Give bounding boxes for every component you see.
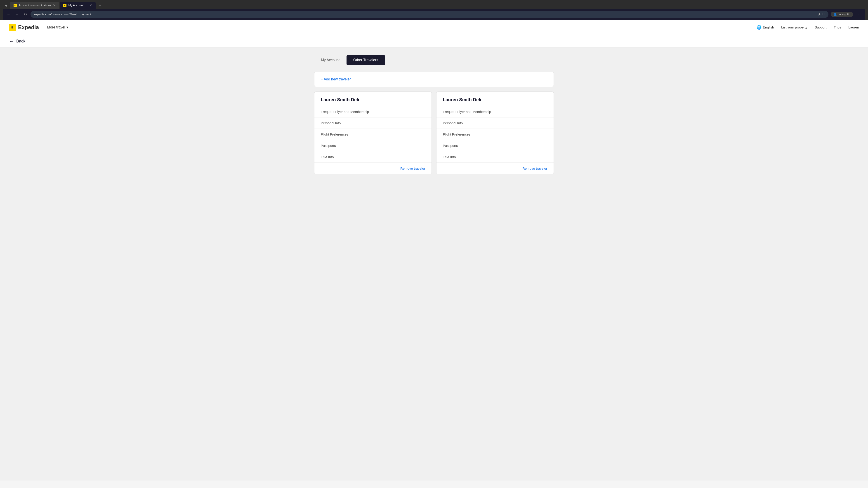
address-bar-row: ← → ↻ expedia.com/user/account/?&selc=pa…	[3, 9, 865, 20]
browser-menu-button[interactable]: ⋮	[855, 11, 863, 18]
traveler-1-passports[interactable]: Passports	[314, 140, 432, 151]
forward-nav-button[interactable]: →	[14, 11, 20, 17]
traveler-1-personal-info[interactable]: Personal Info	[314, 118, 432, 129]
traveler-2-personal-info[interactable]: Personal Info	[436, 118, 554, 129]
user-label: Lauren	[848, 25, 859, 29]
more-travel-label: More travel	[47, 25, 65, 29]
split-view-icon[interactable]: □	[823, 12, 825, 16]
traveler-grid: Lauren Smith Deli Frequent Flyer and Mem…	[314, 92, 554, 174]
incognito-icon: 👤	[833, 13, 837, 16]
trips-label: Trips	[834, 25, 841, 29]
list-property-link[interactable]: List your property	[781, 25, 807, 29]
remove-traveler-2-button[interactable]: Remove traveler	[522, 166, 547, 170]
traveler-2-frequent-flyer[interactable]: Frequent Flyer and Membership	[436, 106, 554, 118]
logo-text: Expedia	[18, 24, 39, 31]
traveler-2-tsa-info[interactable]: TSA Info	[436, 151, 554, 163]
tab-account-communications[interactable]: E Account communications ✕	[10, 2, 59, 9]
chevron-down-icon: ▾	[66, 25, 68, 29]
traveler-card-2: Lauren Smith Deli Frequent Flyer and Mem…	[436, 92, 554, 174]
traveler-1-flight-preferences[interactable]: Flight Preferences	[314, 129, 432, 140]
list-property-label: List your property	[781, 25, 807, 29]
address-bar[interactable]: expedia.com/user/account/?&selc=payment …	[31, 11, 829, 18]
back-bar: ← Back	[0, 35, 868, 48]
add-traveler-text: + Add new traveler	[321, 77, 351, 81]
user-menu[interactable]: Lauren	[848, 25, 859, 29]
more-travel-menu[interactable]: More travel ▾	[44, 23, 71, 31]
language-label: English	[763, 25, 774, 29]
address-text: expedia.com/user/account/?&selc=payment	[34, 13, 91, 16]
traveler-1-footer: Remove traveler	[314, 163, 432, 174]
address-icons: ★ □	[818, 12, 825, 17]
add-traveler-card[interactable]: + Add new traveler	[314, 72, 554, 87]
support-label: Support	[815, 25, 827, 29]
tab-label-2: My Account	[68, 4, 84, 7]
language-selector[interactable]: 🌐 English	[756, 25, 774, 30]
page-background: E Expedia More travel ▾ 🌐 English List y…	[0, 20, 868, 481]
tab-my-account[interactable]: E My Account ✕	[60, 2, 96, 9]
traveler-card-1: Lauren Smith Deli Frequent Flyer and Mem…	[314, 92, 432, 174]
tab-add-button[interactable]: +	[96, 2, 103, 9]
traveler-2-passports[interactable]: Passports	[436, 140, 554, 151]
reload-button[interactable]: ↻	[23, 11, 28, 18]
globe-icon: 🌐	[756, 25, 762, 30]
tab-close-1[interactable]: ✕	[53, 4, 56, 7]
browser-chrome: ▼ E Account communications ✕ E My Accoun…	[0, 0, 868, 20]
incognito-label: Incognito	[838, 13, 850, 16]
traveler-1-tsa-info[interactable]: TSA Info	[314, 151, 432, 163]
traveler-1-frequent-flyer[interactable]: Frequent Flyer and Membership	[314, 106, 432, 118]
tab-my-account-btn[interactable]: My Account	[314, 55, 346, 65]
expedia-nav: E Expedia More travel ▾ 🌐 English List y…	[0, 20, 868, 35]
svg-text:E: E	[11, 26, 13, 29]
support-link[interactable]: Support	[815, 25, 827, 29]
tab-bar: ▼ E Account communications ✕ E My Accoun…	[3, 2, 865, 9]
back-nav-button[interactable]: ←	[5, 11, 12, 17]
tab-favicon-2: E	[63, 4, 66, 7]
tab-close-2[interactable]: ✕	[90, 4, 92, 7]
traveler-name-1: Lauren Smith Deli	[314, 92, 432, 106]
nav-right: 🌐 English List your property Support Tri…	[756, 25, 859, 30]
star-icon[interactable]: ★	[818, 12, 821, 17]
logo-icon: E	[9, 24, 16, 31]
tab-scroll-left[interactable]: ▼	[3, 3, 9, 9]
account-tabs: My Account Other Travelers	[314, 55, 554, 65]
remove-traveler-1-button[interactable]: Remove traveler	[400, 166, 425, 170]
traveler-2-footer: Remove traveler	[436, 163, 554, 174]
incognito-badge[interactable]: 👤 Incognito	[831, 12, 853, 17]
main-content: My Account Other Travelers + Add new tra…	[310, 48, 558, 182]
tab-other-travelers-btn[interactable]: Other Travelers	[346, 55, 385, 65]
back-label: Back	[16, 39, 25, 43]
expedia-logo[interactable]: E Expedia	[9, 24, 39, 31]
traveler-name-2: Lauren Smith Deli	[436, 92, 554, 106]
tab-favicon-1: E	[13, 4, 17, 7]
trips-link[interactable]: Trips	[834, 25, 841, 29]
traveler-2-flight-preferences[interactable]: Flight Preferences	[436, 129, 554, 140]
tab-label-1: Account communications	[19, 4, 51, 7]
back-arrow-icon[interactable]: ←	[9, 39, 13, 44]
